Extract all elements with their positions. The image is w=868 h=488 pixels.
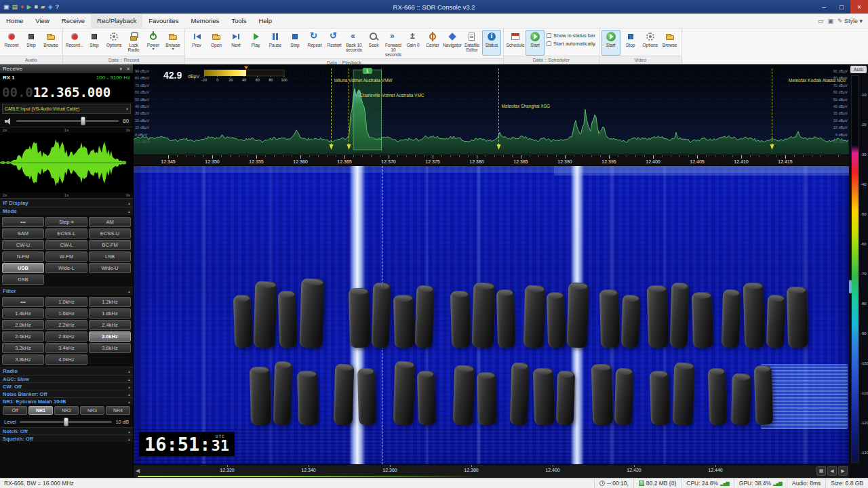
nr-button-off[interactable]: Off bbox=[3, 406, 27, 415]
mode-button-w-fm[interactable]: W-FM bbox=[45, 251, 87, 262]
mode-button-item[interactable]: ••• bbox=[2, 217, 44, 227]
ribbon-button-stop[interactable]: Stop bbox=[285, 30, 304, 56]
ribbon-button-options[interactable]: Options bbox=[641, 30, 660, 56]
grid-icon[interactable]: ▦ bbox=[816, 466, 826, 476]
menu-home[interactable]: Home bbox=[0, 14, 29, 28]
ribbon-button-status[interactable]: Status bbox=[482, 30, 501, 56]
filter-button-1-2khz[interactable]: 1.2kHz bbox=[89, 297, 131, 307]
checkbox-show-in-status-bar[interactable]: Show in status bar bbox=[547, 33, 595, 39]
mode-button-ecss-u[interactable]: ECSS-U bbox=[89, 228, 131, 239]
tuner-icon[interactable]: ◈ bbox=[48, 3, 53, 11]
section-noise-blanker[interactable]: Noise Blanker: Off▴ bbox=[0, 390, 133, 397]
mode-button-usb[interactable]: USB bbox=[2, 263, 44, 273]
section-squelch[interactable]: Squelch: Off▴ bbox=[0, 434, 133, 442]
ribbon-button-prev[interactable]: Prev bbox=[187, 30, 206, 56]
section-nr[interactable]: NR1: Ephraim Malah 10dB▴ bbox=[0, 397, 133, 405]
mode-button-n-fm[interactable]: N-FM bbox=[2, 251, 44, 262]
filter-button-2-0khz[interactable]: 2.0kHz bbox=[2, 320, 44, 330]
filter-button-3-2khz[interactable]: 3.2kHz bbox=[2, 343, 44, 353]
pan-right-icon[interactable]: ▶ bbox=[838, 466, 848, 476]
menu-help[interactable]: Help bbox=[252, 14, 278, 28]
section-filter[interactable]: Filter▴ bbox=[0, 287, 133, 295]
menu-memories[interactable]: Memories bbox=[185, 14, 226, 28]
ribbon-button-browse[interactable]: Browse▾ bbox=[163, 30, 182, 56]
ribbon-button-lock-radio[interactable]: Lock Radio bbox=[124, 30, 143, 56]
ribbon-button-restart[interactable]: Restart bbox=[325, 30, 344, 56]
volume-slider[interactable] bbox=[16, 120, 119, 122]
filter-button-1-0khz[interactable]: 1.0kHz bbox=[45, 297, 87, 307]
frequency-display[interactable]: 00.012.365.000 bbox=[0, 82, 133, 102]
minimize-button[interactable]: – bbox=[815, 0, 833, 14]
mode-button-step[interactable]: Step ≡ bbox=[45, 217, 87, 227]
menu-favourites[interactable]: Favourites bbox=[142, 14, 184, 28]
folder-icon[interactable]: ▰ bbox=[41, 3, 45, 11]
mode-button-ecss-l[interactable]: ECSS-L bbox=[45, 228, 87, 239]
ribbon-button-browse[interactable]: Browse bbox=[660, 30, 679, 56]
level-slider-thumb[interactable] bbox=[64, 418, 68, 426]
waterfall-display[interactable]: 16:51: UTC 31 bbox=[134, 166, 849, 464]
filter-button-item[interactable]: ••• bbox=[2, 297, 44, 307]
ribbon-button-schedule[interactable]: Schedule bbox=[506, 30, 525, 56]
app-icon[interactable]: ▣ bbox=[3, 3, 9, 11]
colorbar-handle[interactable] bbox=[849, 280, 852, 293]
nr-button-nr1[interactable]: NR1 bbox=[28, 406, 53, 415]
ribbon-button-pause[interactable]: Pause bbox=[266, 30, 285, 56]
ribbon-button-back-10-seconds[interactable]: Back 10 seconds bbox=[344, 30, 363, 56]
ribbon-button-play[interactable]: Play bbox=[246, 30, 265, 56]
mode-button-cw-l[interactable]: CW-L bbox=[45, 240, 87, 250]
ribbon-button-open[interactable]: Open bbox=[207, 30, 226, 56]
section-mode[interactable]: Mode▴ bbox=[0, 207, 133, 215]
save-icon[interactable]: ▤ bbox=[12, 3, 18, 11]
colorbar-auto-button[interactable]: Auto bbox=[850, 66, 867, 73]
filter-button-2-6khz[interactable]: 2.6kHz bbox=[2, 331, 44, 342]
filter-button-1-8khz[interactable]: 1.8kHz bbox=[89, 308, 131, 319]
filter-button-1-4khz[interactable]: 1.4kHz bbox=[2, 308, 44, 319]
section-radio[interactable]: Radio▴ bbox=[0, 367, 133, 375]
play-icon[interactable]: ▶ bbox=[26, 3, 31, 11]
panel-close-icon[interactable]: ✕ bbox=[126, 66, 130, 72]
mode-button-wide-u[interactable]: Wide-U bbox=[89, 263, 131, 273]
colorbar-gradient[interactable] bbox=[851, 75, 859, 463]
ribbon-button-next[interactable]: Next bbox=[226, 30, 245, 56]
panel-menu-icon[interactable]: ▾ bbox=[120, 66, 123, 72]
scroll-left-icon[interactable]: ◀ bbox=[136, 468, 140, 474]
section-agc[interactable]: AGC: Slow▴ bbox=[0, 375, 133, 382]
mode-button-am[interactable]: AM bbox=[89, 217, 131, 227]
mode-button-lsb[interactable]: LSB bbox=[89, 251, 131, 262]
ribbon-button-repeat[interactable]: Repeat bbox=[305, 30, 324, 56]
filter-button-2-8khz[interactable]: 2.8kHz bbox=[45, 331, 87, 342]
ribbon-button-forward-10-seconds[interactable]: Forward 10 seconds bbox=[384, 30, 403, 58]
filter-button-3-8khz[interactable]: 3.8kHz bbox=[2, 354, 44, 365]
section-if-display[interactable]: IF Display▴ bbox=[0, 199, 133, 207]
audio-device-select[interactable]: CABLE Input (VB-Audio Virtual Cable) ▾ bbox=[2, 104, 131, 114]
ribbon-button-options[interactable]: Options bbox=[104, 30, 123, 56]
style-button[interactable]: ✎ Style ▾ bbox=[837, 18, 863, 24]
frequency-ruler[interactable]: 12.34512.35012.35512.36012.36512.37012.3… bbox=[134, 155, 849, 166]
filter-button-1-6khz[interactable]: 1.6kHz bbox=[45, 308, 87, 319]
menu-receive[interactable]: Receive bbox=[56, 14, 91, 28]
ribbon-button-record[interactable]: Record bbox=[2, 30, 21, 56]
filter-button-3-4khz[interactable]: 3.4kHz bbox=[45, 343, 87, 353]
close-button[interactable]: × bbox=[850, 0, 868, 14]
ribbon-button-browse[interactable]: Browse bbox=[41, 30, 60, 56]
mode-button-dsb[interactable]: DSB bbox=[2, 274, 44, 285]
filter-button-4-0khz[interactable]: 4.0kHz bbox=[45, 354, 87, 365]
ribbon-button-navigator[interactable]: Navigator bbox=[443, 30, 462, 56]
ribbon-button-center[interactable]: Center bbox=[423, 30, 442, 56]
volume-slider-thumb[interactable] bbox=[81, 117, 85, 125]
ribbon-button-stop[interactable]: Stop bbox=[22, 30, 41, 56]
ribbon-button-start[interactable]: Start bbox=[526, 30, 545, 56]
filter-button-3-6khz[interactable]: 3.6kHz bbox=[89, 343, 131, 353]
nr-button-nr2[interactable]: NR2 bbox=[54, 406, 79, 415]
ribbon-button-power[interactable]: Power▾ bbox=[144, 30, 163, 56]
ribbon-button-seek[interactable]: Seek bbox=[364, 30, 383, 56]
ribbon-button-record[interactable]: Record... bbox=[65, 30, 84, 56]
menu-tools[interactable]: Tools bbox=[225, 14, 252, 28]
spectrum-display[interactable]: 90 dBµV90 dBµV80 dBµV80 dBµV70 dBµV70 dB… bbox=[134, 64, 849, 155]
filter-button-3-0khz[interactable]: 3.0kHz bbox=[89, 331, 131, 342]
menu-rec-playback[interactable]: Rec/Playback bbox=[91, 14, 142, 28]
stop-icon[interactable]: ■ bbox=[34, 3, 37, 11]
help-icon[interactable]: ? bbox=[56, 3, 59, 11]
dock-window-icon[interactable]: ▣ bbox=[827, 18, 833, 24]
ribbon-button-stop[interactable]: Stop bbox=[85, 30, 104, 56]
